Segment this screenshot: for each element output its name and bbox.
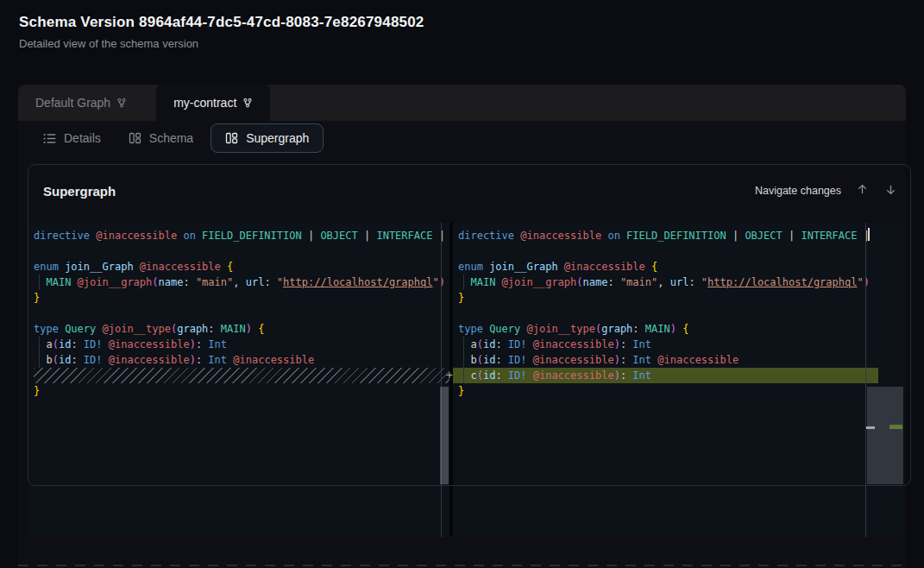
url-link[interactable]: http://localhost/graphql bbox=[283, 276, 432, 288]
code-token: a bbox=[34, 338, 53, 350]
code-token: @inaccessible bbox=[96, 230, 177, 242]
code-token: ) bbox=[614, 369, 620, 382]
variant-fork-icon bbox=[242, 98, 253, 108]
code-line: MAIN @join__graph(name: "main", url: "ht… bbox=[458, 275, 903, 290]
code-token: Query bbox=[489, 323, 520, 335]
tab-my-contract[interactable]: my-contract bbox=[156, 85, 270, 121]
code-token: FIELD_DEFINITION bbox=[202, 230, 302, 242]
code-token: ) bbox=[864, 276, 870, 288]
view-subtabs: Details Schema Supergraph bbox=[18, 121, 906, 155]
code-token: @join__graph bbox=[502, 276, 577, 288]
code-token: @inaccessible bbox=[564, 261, 645, 273]
code-token: graph bbox=[601, 323, 632, 335]
code-token: @inaccessible bbox=[109, 354, 190, 366]
code-token: @join__type bbox=[527, 323, 595, 335]
page-subtitle: Detailed view of the schema version bbox=[19, 37, 424, 50]
code-line: directive @inaccessible on FIELD_DEFINIT… bbox=[458, 228, 903, 243]
code-token: : bbox=[196, 354, 208, 366]
code-token: } bbox=[34, 385, 40, 397]
code-token: : bbox=[607, 276, 619, 288]
code-token: ) bbox=[614, 338, 620, 350]
tab-default-graph[interactable]: Default Graph bbox=[18, 85, 144, 121]
variant-fork-icon bbox=[116, 98, 127, 108]
code-token: name bbox=[159, 276, 184, 288]
code-line bbox=[34, 243, 449, 259]
subtab-label: Supergraph bbox=[246, 131, 309, 145]
code-token: c bbox=[458, 369, 477, 382]
code-token: type bbox=[458, 323, 483, 335]
supergraph-panel-title: Supergraph bbox=[43, 184, 116, 199]
code-token: | bbox=[783, 230, 801, 242]
code-token: OBJECT bbox=[320, 230, 357, 242]
code-token: "main" bbox=[620, 276, 657, 288]
code-token: : bbox=[495, 338, 507, 350]
code-line: } bbox=[458, 290, 903, 306]
page-header: Schema Version 8964af44-7dc5-47cd-8083-7… bbox=[19, 14, 424, 50]
code-token: MAIN bbox=[470, 276, 495, 288]
left-pane-scrollbar[interactable] bbox=[440, 387, 449, 484]
code-token: ID! bbox=[508, 369, 527, 382]
subtab-schema[interactable]: Schema bbox=[118, 124, 204, 152]
code-token: graph bbox=[177, 323, 208, 335]
code-token: : bbox=[495, 354, 507, 366]
code-token bbox=[527, 338, 533, 350]
code-token: @inaccessible bbox=[140, 261, 221, 273]
code-token: | bbox=[302, 230, 321, 242]
code-token: directive bbox=[34, 230, 90, 242]
bottom-hatch-edge bbox=[18, 565, 906, 566]
code-token bbox=[527, 354, 533, 366]
code-token: b bbox=[458, 354, 477, 366]
code-line: c(id: ID! @inaccessible): Int bbox=[458, 368, 903, 383]
code-token: ID! bbox=[84, 338, 103, 350]
code-token bbox=[96, 323, 102, 335]
diff-pane-modified[interactable]: directive @inaccessible on FIELD_DEFINIT… bbox=[453, 223, 903, 537]
code-line: } bbox=[458, 383, 903, 399]
code-token: url bbox=[246, 276, 265, 288]
diff-insert-plus-sign: + bbox=[442, 368, 457, 383]
code-token: { bbox=[651, 261, 657, 273]
code-line: a(id: ID! @inaccessible): Int bbox=[34, 337, 449, 352]
code-token: ) bbox=[246, 323, 252, 335]
code-token bbox=[103, 354, 109, 366]
code-token bbox=[645, 261, 651, 273]
code-token: } bbox=[458, 385, 464, 397]
code-token: Int bbox=[632, 338, 651, 350]
url-link[interactable]: http://localhost/graphql bbox=[707, 276, 857, 288]
code-line: } bbox=[34, 290, 449, 306]
code-token: url bbox=[670, 276, 689, 288]
code-token: join__Graph bbox=[65, 261, 133, 273]
subtab-details[interactable]: Details bbox=[33, 124, 111, 152]
code-token: ( bbox=[53, 338, 59, 350]
code-token bbox=[495, 276, 501, 288]
code-token: ( bbox=[152, 276, 158, 288]
code-token: : bbox=[632, 323, 644, 335]
code-token: " bbox=[277, 276, 283, 288]
code-token bbox=[221, 261, 227, 273]
code-line bbox=[458, 306, 903, 321]
code-line bbox=[458, 243, 903, 259]
navigate-changes-label: Navigate changes bbox=[755, 185, 841, 197]
subtab-supergraph[interactable]: Supergraph bbox=[211, 123, 324, 153]
code-token: Int bbox=[632, 354, 651, 366]
arrow-up-icon[interactable] bbox=[854, 181, 870, 197]
code-token: Int bbox=[632, 369, 651, 382]
code-token: FIELD_DEFINITION bbox=[626, 230, 726, 242]
code-token: enum bbox=[458, 261, 483, 273]
overview-ruler-added-marker bbox=[889, 425, 902, 429]
code-token bbox=[458, 276, 470, 288]
code-token: { bbox=[227, 261, 233, 273]
diff-pane-original[interactable]: directive @inaccessible on FIELD_DEFINIT… bbox=[28, 223, 449, 537]
code-line: } bbox=[34, 383, 449, 399]
code-line: enum join__Graph @inaccessible { bbox=[458, 259, 903, 275]
code-token: } bbox=[458, 292, 464, 304]
code-token: @inaccessible bbox=[109, 338, 190, 350]
code-token bbox=[134, 261, 140, 273]
subtab-label: Details bbox=[64, 131, 101, 145]
arrow-down-icon[interactable] bbox=[883, 181, 898, 197]
code-token: } bbox=[34, 292, 40, 304]
minimap-slider[interactable] bbox=[867, 387, 903, 484]
code-token: | bbox=[358, 230, 377, 242]
code-token: on bbox=[607, 230, 619, 242]
code-token: " bbox=[857, 276, 863, 288]
list-icon bbox=[43, 133, 56, 144]
